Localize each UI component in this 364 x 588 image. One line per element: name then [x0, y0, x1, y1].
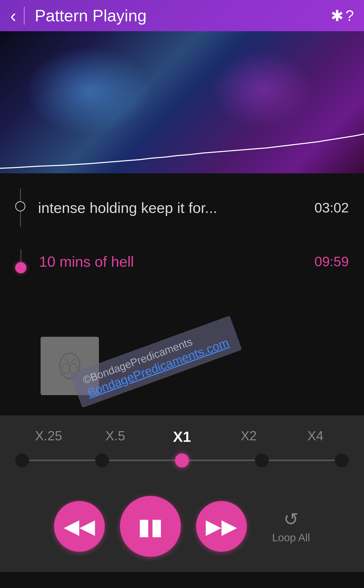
track-name-active: 10 mins of hell [39, 253, 315, 270]
speed-option-x5[interactable]: X.5 [82, 428, 149, 445]
timeline-line-top [21, 249, 21, 262]
timeline-wrapper-active [15, 249, 26, 273]
prev-button[interactable]: ◀◀ [54, 501, 105, 552]
timeline-wrapper [15, 189, 25, 227]
waveform-display [0, 31, 364, 173]
page-title: Pattern Playing [35, 6, 331, 25]
speed-option-x4[interactable]: X4 [282, 428, 349, 445]
speed-dots [15, 453, 349, 467]
svg-line-4 [71, 358, 75, 362]
track-dot-active [15, 262, 26, 273]
bluetooth-icon: ✱ [331, 7, 343, 25]
loop-icon: ↺ [284, 509, 299, 530]
track-name: intense holding keep it for... [38, 199, 315, 216]
speed-dot-x2[interactable] [255, 453, 269, 467]
header-divider [24, 7, 25, 25]
waveform-svg [0, 123, 364, 173]
loop-button[interactable]: ↺ Loop All [272, 509, 310, 544]
bluetooth-question: ? [345, 7, 354, 24]
playback-controls: ◀◀ ▮▮ ▶▶ ↺ Loop All [0, 488, 364, 572]
bluetooth-status[interactable]: ✱? [331, 7, 354, 25]
speed-controls: X.25 X.5 X1 X2 X4 [0, 415, 364, 488]
next-button[interactable]: ▶▶ [196, 501, 247, 552]
speed-slider[interactable] [15, 450, 349, 471]
glow-blue [25, 46, 152, 135]
svg-line-3 [65, 358, 68, 362]
track-item[interactable]: intense holding keep it for... 03:02 [0, 178, 364, 237]
svg-point-1 [62, 363, 70, 374]
prev-icon: ◀◀ [64, 515, 95, 538]
pause-icon: ▮▮ [138, 513, 163, 540]
timeline-line-bottom [20, 211, 21, 227]
track-duration: 03:02 [315, 200, 349, 215]
next-icon: ▶▶ [206, 515, 237, 538]
speed-option-x25[interactable]: X.25 [15, 428, 82, 445]
timeline-line-top [20, 189, 21, 201]
loop-label: Loop All [272, 532, 310, 544]
app-header: ‹ Pattern Playing ✱? [0, 0, 364, 31]
watermark-area: ©BondagePredicaments BondagePredicaments… [0, 283, 364, 410]
track-duration-active: 09:59 [315, 254, 349, 269]
pause-button[interactable]: ▮▮ [120, 496, 181, 557]
speed-dot-x4[interactable] [335, 453, 349, 467]
speed-option-x1-active[interactable]: X1 [149, 428, 215, 445]
speed-dot-x1-active[interactable] [175, 453, 189, 467]
speed-labels: X.25 X.5 X1 X2 X4 [15, 428, 349, 445]
speed-option-x2[interactable]: X2 [215, 428, 282, 445]
speed-dot-x25[interactable] [15, 453, 29, 467]
glow-purple [212, 52, 313, 128]
track-item-active[interactable]: 10 mins of hell 09:59 [0, 239, 364, 283]
track-dot-inactive [15, 201, 25, 211]
speed-dot-x5[interactable] [95, 453, 109, 467]
track-list: intense holding keep it for... 03:02 10 … [0, 173, 364, 415]
back-button[interactable]: ‹ [10, 5, 16, 26]
